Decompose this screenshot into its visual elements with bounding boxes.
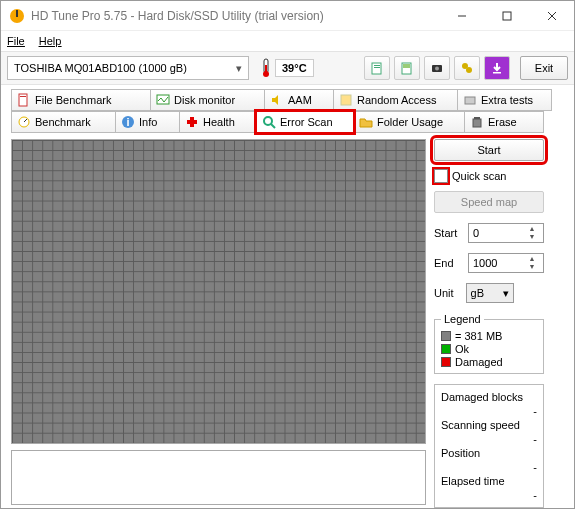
tab-disk-monitor[interactable]: Disk monitor	[150, 89, 265, 111]
start-label: Start	[434, 227, 464, 239]
maximize-button[interactable]	[484, 1, 529, 30]
legend-damaged-icon	[441, 357, 451, 367]
svg-rect-18	[493, 72, 501, 74]
legend-block-icon	[441, 331, 451, 341]
svg-line-31	[271, 124, 275, 128]
scan-grid	[11, 139, 426, 444]
temperature-value: 39°C	[275, 59, 314, 77]
random-icon	[339, 93, 353, 107]
elapsed-time-label: Elapsed time	[441, 475, 505, 487]
file-icon	[17, 93, 31, 107]
gauge-icon	[17, 115, 31, 129]
menu-file[interactable]: File	[7, 35, 25, 47]
svg-rect-13	[403, 64, 410, 68]
minimize-button[interactable]	[439, 1, 484, 30]
svg-rect-10	[374, 65, 380, 66]
scanning-speed-value: -	[533, 433, 537, 445]
svg-rect-11	[374, 67, 380, 68]
toolbar: TOSHIBA MQ01ABD100 (1000 gB) ▾ 39°C Exit	[1, 51, 574, 85]
speed-map-button: Speed map	[434, 191, 544, 213]
save-button[interactable]	[484, 56, 510, 80]
start-button[interactable]: Start	[434, 139, 544, 161]
svg-text:i: i	[126, 116, 129, 128]
unit-label: Unit	[434, 287, 454, 299]
window-title: HD Tune Pro 5.75 - Hard Disk/SSD Utility…	[31, 9, 439, 23]
tab-extra-tests[interactable]: Extra tests	[457, 89, 552, 111]
svg-point-17	[466, 67, 472, 73]
svg-rect-19	[19, 94, 27, 106]
monitor-icon	[156, 93, 170, 107]
thermometer-icon	[261, 58, 271, 78]
start-input[interactable]: 0▲▼	[468, 223, 544, 243]
copy-info-button[interactable]	[364, 56, 390, 80]
options-button[interactable]	[454, 56, 480, 80]
tab-file-benchmark[interactable]: File Benchmark	[11, 89, 151, 111]
drive-select-value: TOSHIBA MQ01ABD100 (1000 gB)	[14, 62, 187, 74]
stats-box: Damaged blocks - Scanning speed - Positi…	[434, 384, 544, 508]
quick-scan-checkbox[interactable]	[434, 169, 448, 183]
tests-icon	[463, 93, 477, 107]
end-input[interactable]: 1000▲▼	[468, 253, 544, 273]
menubar: File Help	[1, 31, 574, 51]
legend-box: Legend = 381 MB Ok Damaged	[434, 313, 544, 374]
scanning-speed-label: Scanning speed	[441, 419, 520, 431]
unit-select[interactable]: gB▾	[466, 283, 514, 303]
position-label: Position	[441, 447, 480, 459]
position-value: -	[533, 461, 537, 473]
menu-help[interactable]: Help	[39, 35, 62, 47]
tab-benchmark[interactable]: Benchmark	[11, 111, 116, 133]
chevron-down-icon: ▾	[236, 62, 242, 75]
screenshot-button[interactable]	[424, 56, 450, 80]
exit-button[interactable]: Exit	[520, 56, 568, 80]
trash-icon	[470, 115, 484, 129]
copy-screenshot-button[interactable]	[394, 56, 420, 80]
svg-rect-32	[473, 119, 481, 127]
spinner-icon[interactable]: ▲▼	[525, 255, 539, 271]
elapsed-time-value: -	[533, 489, 537, 501]
svg-rect-9	[372, 63, 381, 74]
health-icon	[185, 115, 199, 129]
titlebar: HD Tune Pro 5.75 - Hard Disk/SSD Utility…	[1, 1, 574, 31]
speaker-icon	[270, 93, 284, 107]
svg-rect-3	[503, 12, 511, 20]
svg-point-15	[435, 67, 439, 71]
svg-point-30	[264, 117, 272, 125]
app-icon	[9, 8, 25, 24]
end-label: End	[434, 257, 464, 269]
spinner-icon[interactable]: ▲▼	[525, 225, 539, 241]
magnifier-icon	[262, 115, 276, 129]
legend-ok-icon	[441, 344, 451, 354]
tab-random-access[interactable]: Random Access	[333, 89, 458, 111]
drive-select[interactable]: TOSHIBA MQ01ABD100 (1000 gB) ▾	[7, 56, 249, 80]
close-button[interactable]	[529, 1, 574, 30]
tab-error-scan[interactable]: Error Scan	[256, 111, 354, 133]
damaged-blocks-value: -	[533, 405, 537, 417]
tab-aam[interactable]: AAM	[264, 89, 334, 111]
temperature-display: 39°C	[261, 58, 314, 78]
result-box	[11, 450, 426, 505]
svg-rect-33	[474, 117, 480, 119]
svg-rect-20	[20, 96, 26, 97]
svg-rect-1	[16, 10, 18, 17]
tab-health[interactable]: Health	[179, 111, 257, 133]
svg-rect-8	[265, 65, 267, 73]
tab-erase[interactable]: Erase	[464, 111, 544, 133]
damaged-blocks-label: Damaged blocks	[441, 391, 523, 403]
quick-scan-label: Quick scan	[452, 170, 506, 182]
folder-icon	[359, 115, 373, 129]
tab-info[interactable]: iInfo	[115, 111, 180, 133]
tab-container: File Benchmark Disk monitor AAM Random A…	[1, 85, 574, 133]
tab-folder-usage[interactable]: Folder Usage	[353, 111, 465, 133]
info-icon: i	[121, 115, 135, 129]
chevron-down-icon: ▾	[503, 287, 509, 300]
svg-rect-23	[465, 97, 475, 104]
svg-rect-29	[187, 120, 197, 124]
svg-rect-22	[341, 95, 351, 105]
